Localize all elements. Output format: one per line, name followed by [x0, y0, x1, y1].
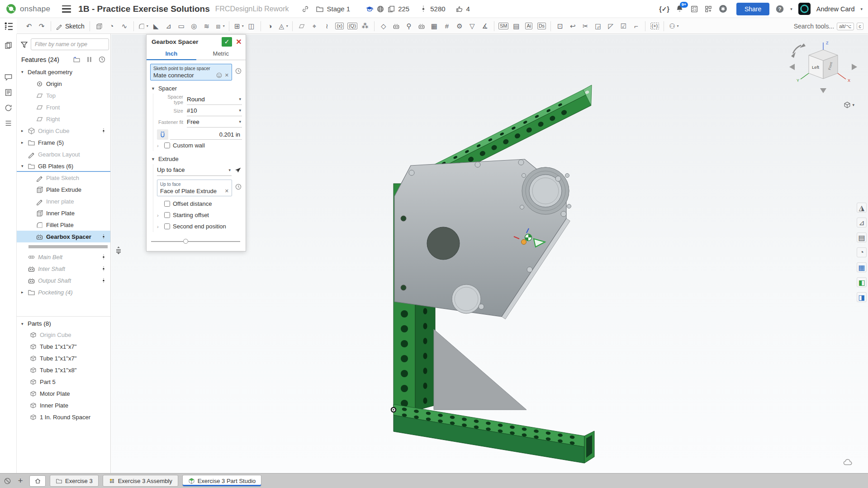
plane-icon[interactable] — [296, 20, 308, 32]
help-caret-icon[interactable]: ▾ — [790, 7, 792, 11]
redo-icon[interactable]: ↷ — [36, 20, 47, 32]
tree-item[interactable]: Output Shaft — [17, 275, 110, 286]
notifications-bell-icon[interactable]: 9+ — [675, 5, 684, 14]
tree-item[interactable]: Inter Shaft — [17, 263, 110, 275]
tasks-checklist-icon[interactable] — [690, 5, 698, 13]
option-checkbox[interactable] — [164, 223, 170, 229]
add-custom-feature-icon[interactable]: (+) — [649, 20, 660, 32]
tab-feature-icon[interactable]: ☑ — [617, 20, 629, 32]
filter-icon[interactable]: ▽ — [466, 20, 478, 32]
parts-header[interactable]: ▾ Parts (8) — [17, 317, 110, 329]
mate-connector-icon[interactable]: ⁂ — [359, 20, 371, 32]
clear-selection-icon[interactable]: ✕ — [225, 72, 229, 78]
copy-paste-icon[interactable] — [4, 41, 13, 50]
curve-icon[interactable]: ≀ — [321, 20, 333, 32]
trim-icon[interactable]: ✂ — [579, 20, 591, 32]
likes-icon[interactable] — [455, 5, 464, 13]
part-item[interactable]: Inner Plate — [17, 399, 110, 411]
avatar[interactable] — [798, 3, 811, 15]
kebab-menu-icon[interactable] — [100, 127, 107, 135]
thread-icon[interactable]: ≋ — [201, 20, 213, 32]
flatten-icon[interactable]: ▤ — [510, 20, 522, 32]
linear-pattern-icon[interactable]: ⊞▾ — [232, 20, 245, 32]
gear-icon[interactable]: ⚙ — [454, 20, 465, 32]
transform-icon[interactable]: ⧈▾ — [213, 20, 226, 32]
fastener-fit-select[interactable]: Free ▾ — [187, 117, 242, 128]
option-chevron-icon[interactable]: › — [157, 224, 161, 229]
sheet-metal-icon[interactable]: SM — [498, 20, 510, 32]
list-icon[interactable] — [4, 119, 13, 128]
opacity-slider[interactable] — [151, 238, 240, 245]
part-item[interactable]: Motor Plate — [17, 388, 110, 399]
extrude-section-header[interactable]: ▼ Extrude — [151, 156, 242, 162]
drawings-icon[interactable]: Ds — [536, 20, 547, 32]
custom-feature-2-icon[interactable] — [416, 20, 427, 32]
flip-direction-icon[interactable] — [234, 166, 242, 174]
part-item[interactable]: Tube 1"x1"x7" — [17, 341, 110, 352]
custom-feature-icon[interactable] — [390, 20, 402, 32]
filter-input[interactable] — [31, 38, 109, 50]
lookup-icon[interactable]: (Q) — [346, 20, 358, 32]
user-menu-caret-icon[interactable]: ▾ — [860, 7, 863, 11]
tree-item[interactable]: ▾Default geometry — [17, 66, 110, 78]
tree-item[interactable]: Right — [17, 113, 110, 125]
tree-item[interactable]: ▸Origin Cube — [17, 125, 110, 137]
help-icon[interactable]: ? — [775, 5, 784, 14]
feature-list-toggle-icon[interactable] — [3, 20, 15, 33]
wrap-icon[interactable]: ⌐ — [630, 20, 642, 32]
section-view-icon[interactable]: ⊿ — [857, 218, 867, 227]
part-item[interactable]: Origin Cube — [17, 329, 110, 341]
named-views-button[interactable]: ▾ — [844, 101, 854, 109]
up-to-face-field[interactable]: Up to face Face of Plate Extrude ✕ — [157, 180, 232, 196]
part-item[interactable]: Tube 1"x1"x7" — [17, 352, 110, 364]
custom-wall-chevron-icon[interactable]: › — [157, 143, 161, 148]
folder-location[interactable]: Stage 1 — [327, 5, 350, 13]
draft-icon[interactable]: ⊿ — [163, 20, 175, 32]
cancel-button[interactable]: ✕ — [234, 37, 243, 47]
copies-icon[interactable] — [387, 5, 395, 13]
bom-panel-icon[interactable]: ▦ — [857, 262, 867, 272]
hamburger-menu-icon[interactable] — [62, 5, 71, 13]
kebab-menu-icon[interactable] — [100, 253, 107, 261]
split-icon[interactable]: ◬▾ — [277, 20, 289, 32]
tree-item[interactable]: Plate Sketch — [17, 172, 110, 184]
tree-chevron-icon[interactable]: ▾ — [21, 164, 28, 168]
appearance-panel-icon[interactable]: ▤ — [857, 232, 867, 242]
kebab-menu-icon[interactable] — [100, 233, 107, 241]
pin-icon[interactable]: ⚲ — [403, 20, 415, 32]
shell-icon[interactable]: ▭ — [175, 20, 187, 32]
home-button[interactable] — [29, 475, 46, 487]
custom-wall-checkbox[interactable] — [164, 142, 170, 148]
rollback-history-icon[interactable] — [98, 56, 106, 63]
option-checkbox[interactable] — [164, 201, 170, 207]
clear-face-icon[interactable]: ✕ — [225, 188, 229, 194]
rollback-bar-handle-icon[interactable] — [114, 245, 123, 255]
display-states-panel-icon[interactable]: ◨ — [857, 292, 867, 302]
tree-item[interactable]: Fillet Plate — [17, 219, 110, 231]
wall-thickness-value[interactable]: 0.201 in — [170, 129, 242, 140]
comments-icon[interactable] — [4, 73, 13, 81]
tree-chevron-icon[interactable]: ▸ — [21, 140, 28, 145]
gusset-icon[interactable]: ◸ — [605, 20, 617, 32]
tree-item[interactable]: Front — [17, 101, 110, 113]
derive-icon[interactable]: ⊡ — [554, 20, 566, 32]
revolve-icon[interactable]: ◔ — [106, 20, 118, 32]
point-icon[interactable]: ⌖ — [308, 20, 320, 32]
tree-item[interactable]: Inner plate — [17, 195, 110, 207]
view-cube[interactable]: Left Front Z Y X — [785, 37, 862, 105]
sketch-icon[interactable]: Sketch — [54, 20, 86, 32]
accept-button[interactable]: ✓ — [222, 37, 232, 47]
new-tab-button[interactable]: + — [15, 476, 25, 485]
view-options-icon[interactable]: ◮ — [857, 203, 867, 213]
corner-icon[interactable]: ◲ — [592, 20, 604, 32]
primitive-icon[interactable]: ◇ — [378, 20, 389, 32]
link-icon[interactable] — [301, 5, 309, 13]
tree-chevron-icon[interactable]: ▸ — [21, 290, 28, 294]
tree-item[interactable]: Gearbox Spacer — [17, 231, 110, 242]
variable-icon[interactable]: (x) — [334, 20, 346, 32]
suppress-pause-icon[interactable] — [85, 56, 93, 63]
forks-icon[interactable] — [419, 5, 427, 13]
tree-item[interactable]: ▾GB Plates (6) — [17, 160, 110, 172]
part-item[interactable]: Part 5 — [17, 376, 110, 388]
kebab-menu-icon[interactable] — [100, 265, 107, 273]
